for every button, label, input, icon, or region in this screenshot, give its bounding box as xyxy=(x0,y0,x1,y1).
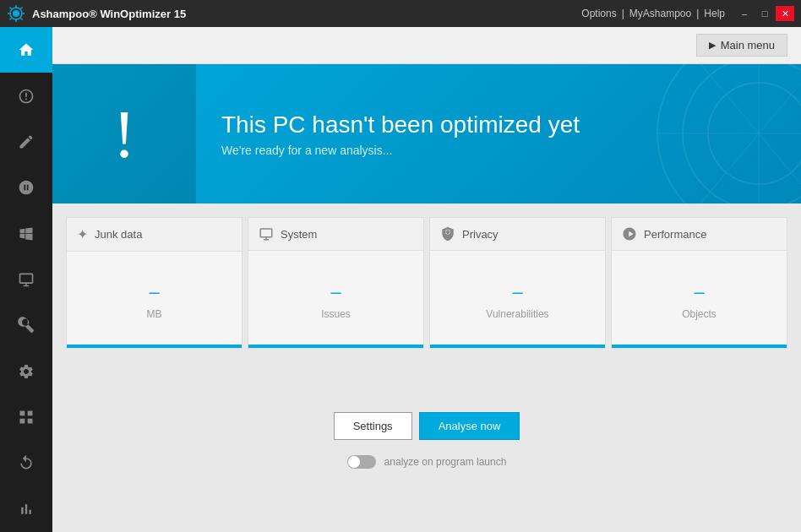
system-card: System – Issues xyxy=(248,217,424,349)
hero-banner: ! This PC hasn't been optimized yet We'r… xyxy=(52,64,801,204)
junk-data-card-header: ✦ Junk data xyxy=(67,218,242,252)
system-card-body: – Issues xyxy=(248,251,423,345)
performance-bar xyxy=(612,345,787,348)
privacy-icon xyxy=(440,226,455,242)
main-container: ▶ Main menu ! This PC hasn't been optimi… xyxy=(0,27,801,532)
cleaner-icon xyxy=(18,133,35,150)
main-menu-button[interactable]: ▶ Main menu xyxy=(696,34,787,57)
titlebar-left: Ashampoo® WinOptimizer 15 xyxy=(7,4,186,23)
restore-icon xyxy=(18,454,35,471)
monitor-icon xyxy=(259,226,274,242)
settings-icon xyxy=(18,363,35,380)
sidebar-item-modules[interactable] xyxy=(0,394,52,440)
junk-data-card-body: – MB xyxy=(67,252,242,345)
settings-button[interactable]: Settings xyxy=(334,412,412,440)
cards-section: ✦ Junk data – MB System – Issues xyxy=(52,204,801,349)
titlebar-right: Options | MyAshampoo | Help – □ ✕ xyxy=(581,6,794,21)
myashampoo-link[interactable]: MyAshampoo xyxy=(629,8,691,19)
junk-data-card-title: Junk data xyxy=(95,228,142,241)
minimize-button[interactable]: – xyxy=(735,6,754,21)
titlebar: Ashampoo® WinOptimizer 15 Options | MyAs… xyxy=(0,0,801,27)
sidebar-item-live-tuner[interactable] xyxy=(0,73,52,118)
performance-label: Objects xyxy=(682,308,717,320)
content-area: ▶ Main menu ! This PC hasn't been optimi… xyxy=(52,27,801,532)
performance-card-body: – Objects xyxy=(612,251,787,345)
junk-data-bar xyxy=(67,345,242,348)
sidebar-item-stats[interactable] xyxy=(0,486,52,532)
live-tuner-icon xyxy=(18,88,35,105)
sidebar-item-tools[interactable] xyxy=(0,302,52,348)
system-card-header: System xyxy=(248,218,423,251)
pc-icon xyxy=(18,271,35,288)
app-title: Ashampoo® WinOptimizer 15 xyxy=(32,8,186,20)
hero-pattern xyxy=(548,64,801,204)
sidebar xyxy=(0,27,52,532)
performance-icon xyxy=(622,226,637,242)
junk-data-value: – xyxy=(149,281,159,303)
home-icon xyxy=(18,41,35,58)
help-link[interactable]: Help xyxy=(704,8,725,19)
windows-icon xyxy=(18,225,35,242)
chevron-right-icon: ▶ xyxy=(709,40,716,51)
topbar: ▶ Main menu xyxy=(52,27,801,64)
options-link[interactable]: Options xyxy=(581,8,616,19)
sidebar-item-pc[interactable] xyxy=(0,257,52,302)
stats-icon xyxy=(18,501,35,518)
sidebar-item-windows[interactable] xyxy=(0,210,52,256)
privacy-card-body: – Vulnerabilities xyxy=(430,251,605,345)
analyse-button[interactable]: Analyse now xyxy=(419,412,520,440)
sidebar-item-home[interactable] xyxy=(0,27,52,73)
svg-point-0 xyxy=(13,10,19,17)
app-logo-icon xyxy=(7,4,25,23)
tools-icon xyxy=(18,317,35,334)
privacy-value: – xyxy=(512,281,522,303)
auto-analyse-label: analyze on program launch xyxy=(384,456,507,468)
sidebar-item-drive[interactable] xyxy=(0,165,52,210)
titlebar-links: Options | MyAshampoo | Help xyxy=(581,8,725,19)
sidebar-item-cleaner[interactable] xyxy=(0,119,52,165)
drive-icon xyxy=(18,179,35,196)
privacy-bar xyxy=(430,345,605,348)
privacy-card-header: Privacy xyxy=(430,218,605,251)
system-card-title: System xyxy=(281,228,317,241)
exclamation-mark: ! xyxy=(113,100,136,168)
toggle-row: analyze on program launch xyxy=(347,455,507,469)
performance-value: – xyxy=(694,281,704,303)
win-buttons: – □ ✕ xyxy=(735,6,794,21)
sidebar-item-restore[interactable] xyxy=(0,440,52,486)
system-bar xyxy=(248,345,423,348)
privacy-card-title: Privacy xyxy=(462,228,499,241)
action-buttons: Settings Analyse now xyxy=(334,412,520,440)
performance-card: Performance – Objects xyxy=(611,217,787,349)
hero-accent: ! xyxy=(52,64,196,204)
system-value: – xyxy=(330,281,341,303)
sidebar-item-settings[interactable] xyxy=(0,349,52,394)
privacy-label: Vulnerabilities xyxy=(486,308,548,320)
auto-analyse-toggle[interactable] xyxy=(347,455,376,469)
junk-data-label: MB xyxy=(147,308,162,320)
system-label: Issues xyxy=(321,308,351,320)
privacy-card: Privacy – Vulnerabilities xyxy=(429,217,606,349)
bottom-section: Settings Analyse now analyze on program … xyxy=(52,349,801,532)
performance-card-title: Performance xyxy=(644,228,706,241)
main-menu-label: Main menu xyxy=(721,39,775,52)
modules-icon xyxy=(18,409,35,426)
close-button[interactable]: ✕ xyxy=(776,6,794,21)
performance-card-header: Performance xyxy=(612,218,787,251)
maximize-button[interactable]: □ xyxy=(755,6,774,21)
wand-icon: ✦ xyxy=(77,226,88,242)
junk-data-card: ✦ Junk data – MB xyxy=(66,217,242,349)
